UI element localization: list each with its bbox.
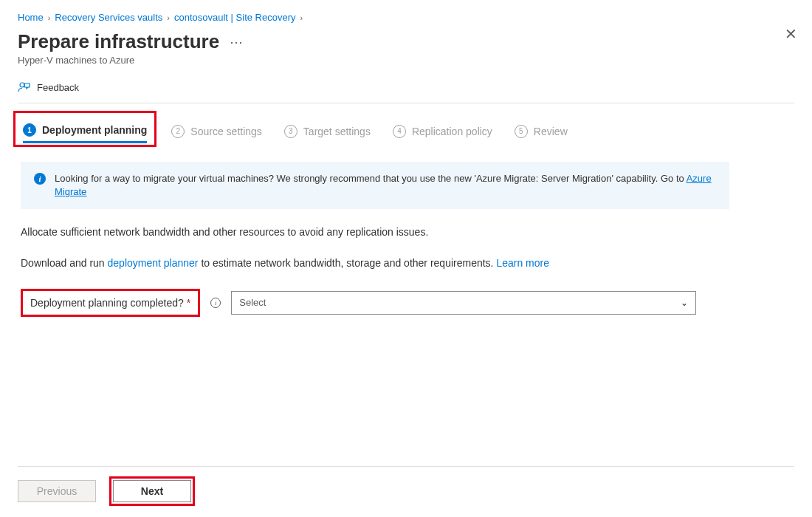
breadcrumb: Home › Recovery Services vaults › contos… <box>18 12 794 23</box>
feedback-button[interactable]: Feedback <box>37 82 79 93</box>
breadcrumb-home[interactable]: Home <box>18 12 44 23</box>
tab-review[interactable]: 5 Review <box>515 125 568 143</box>
chevron-right-icon: › <box>48 13 51 22</box>
instruction-text-2: Download and run deployment planner to e… <box>21 256 791 271</box>
deployment-completed-select[interactable]: Select ⌄ <box>231 291 696 315</box>
tab-label: Target settings <box>303 126 371 137</box>
more-actions-button[interactable]: ⋯ <box>230 34 244 50</box>
deployment-planner-link[interactable]: deployment planner <box>108 257 199 269</box>
info-icon: i <box>34 173 46 185</box>
tab-label: Replication policy <box>412 126 492 137</box>
feedback-icon <box>18 81 31 94</box>
tab-label: Source settings <box>190 126 262 137</box>
step-number-icon: 1 <box>23 123 36 137</box>
required-indicator: * <box>187 297 190 309</box>
chevron-down-icon: ⌄ <box>681 298 688 308</box>
highlight-box: Deployment planning completed? * <box>21 289 200 317</box>
form-row-deployment-completed: Deployment planning completed? * i Selec… <box>21 289 791 317</box>
info-tooltip-icon[interactable]: i <box>210 298 221 308</box>
tab-label: Deployment planning <box>42 124 147 136</box>
info-banner: i Looking for a way to migrate your virt… <box>21 162 729 209</box>
tab-source-settings[interactable]: 2 Source settings <box>171 125 262 143</box>
svg-point-0 <box>20 83 24 87</box>
highlight-box: Next <box>109 476 195 506</box>
toolbar: Feedback <box>18 81 794 103</box>
breadcrumb-siterecovery[interactable]: contosovault | Site Recovery <box>174 12 296 23</box>
tab-replication-policy[interactable]: 4 Replication policy <box>393 125 492 143</box>
wizard-footer: Previous Next <box>18 466 794 502</box>
page-title: Prepare infrastructure <box>18 30 219 53</box>
step-number-icon: 5 <box>515 125 528 138</box>
tab-label: Review <box>534 126 568 137</box>
step-number-icon: 2 <box>171 125 185 138</box>
select-placeholder: Select <box>239 297 266 308</box>
tab-deployment-planning[interactable]: 1 Deployment planning <box>23 123 147 143</box>
instruction-text-1: Allocate sufficient network bandwidth an… <box>21 225 791 240</box>
wizard-tabs: 1 Deployment planning 2 Source settings … <box>18 103 794 148</box>
chevron-right-icon: › <box>300 13 303 22</box>
page-subtitle: Hyper-V machines to Azure <box>18 55 794 66</box>
tab-target-settings[interactable]: 3 Target settings <box>284 125 371 143</box>
highlight-box: 1 Deployment planning <box>13 111 156 147</box>
learn-more-link[interactable]: Learn more <box>496 257 549 269</box>
previous-button: Previous <box>18 480 96 502</box>
field-label: Deployment planning completed? <box>30 297 184 309</box>
page-header: Prepare infrastructure ⋯ <box>18 30 794 53</box>
close-button[interactable]: ✕ <box>785 25 797 43</box>
info-text: Looking for a way to migrate your virtua… <box>55 172 716 199</box>
step-number-icon: 4 <box>393 125 406 138</box>
chevron-right-icon: › <box>167 13 170 22</box>
next-button[interactable]: Next <box>113 480 191 502</box>
breadcrumb-vaults[interactable]: Recovery Services vaults <box>55 12 162 23</box>
step-number-icon: 3 <box>284 125 297 138</box>
